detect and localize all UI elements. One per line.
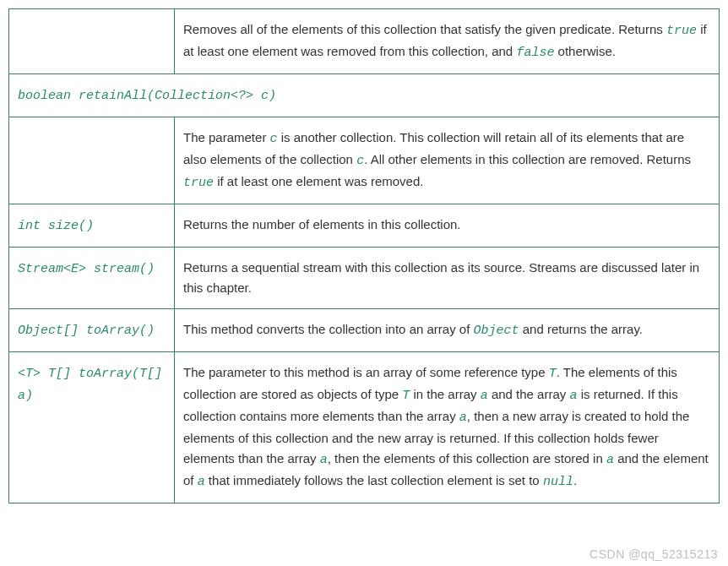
method-description: Returns a sequential stream with this co… [175,248,720,309]
table-row: int size()Returns the number of elements… [9,204,720,248]
inline-code: c [270,132,278,146]
inline-code: false [516,46,554,60]
code-text: boolean retainAll(Collection<?> c) [18,89,276,103]
method-signature: int size() [9,204,175,248]
table-row: Removes all of the elements of this coll… [9,9,720,74]
table-row: Stream<E> stream()Returns a sequential s… [9,248,720,309]
code-text: int size() [18,219,94,233]
method-description: The parameter c is another collection. T… [175,117,720,204]
method-signature: Stream<E> stream() [9,248,175,309]
inline-code: c [356,154,364,168]
inline-code: a [569,389,577,403]
table-row: boolean retainAll(Collection<?> c) [9,74,720,117]
inline-code: T [402,389,410,403]
code-text: Object[] toArray() [18,324,155,338]
code-text: Stream<E> stream() [18,262,155,276]
inline-code: true [183,176,214,190]
inline-code: a [320,453,328,467]
method-signature-full: boolean retainAll(Collection<?> c) [9,74,720,117]
method-signature [9,9,175,74]
inline-code: a [198,475,205,489]
method-signature: <T> T[] toArray(T[] a) [9,352,175,503]
method-signature: Object[] toArray() [9,309,175,352]
api-method-table: Removes all of the elements of this coll… [8,8,720,503]
method-description: Returns the number of elements in this c… [175,204,720,248]
inline-code: null [543,475,573,489]
code-text: <T> T[] toArray(T[] a) [18,367,162,403]
inline-code: true [666,24,697,38]
method-signature [9,117,175,204]
inline-code: a [459,411,467,425]
table-row: The parameter c is another collection. T… [9,117,720,204]
method-description: This method converts the collection into… [175,309,720,352]
inline-code: Object [474,324,519,338]
inline-code: a [481,389,488,403]
method-description: Removes all of the elements of this coll… [175,9,720,74]
table-row: <T> T[] toArray(T[] a)The parameter to t… [9,352,720,503]
inline-code: a [606,453,614,467]
inline-code: T [549,367,557,381]
table-row: Object[] toArray()This method converts t… [9,309,720,352]
table-body: Removes all of the elements of this coll… [9,9,720,503]
method-description: The parameter to this method is an array… [175,352,720,503]
